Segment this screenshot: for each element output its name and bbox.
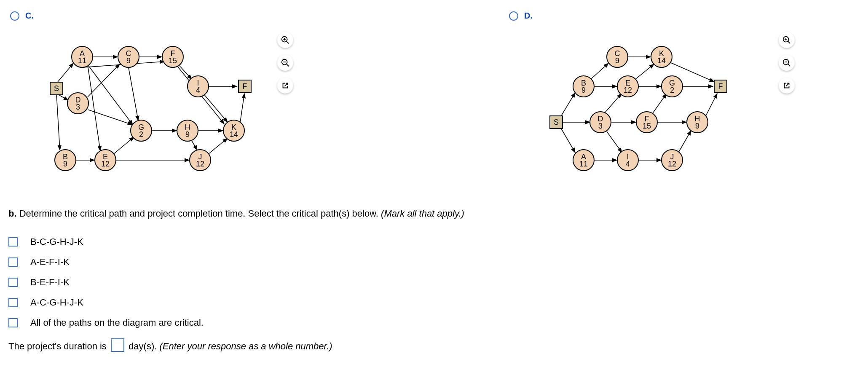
node-i: I4 [187, 75, 209, 97]
node-d: D3 [589, 111, 611, 133]
svg-line-2 [56, 94, 60, 150]
zoom-in-icon[interactable] [779, 32, 795, 48]
svg-line-20 [240, 94, 244, 122]
svg-line-47 [607, 131, 622, 153]
node-c: C9 [118, 46, 139, 68]
svg-line-17 [209, 138, 228, 154]
option-c[interactable]: C. [10, 11, 34, 21]
svg-line-24 [287, 41, 289, 44]
svg-line-44 [706, 94, 717, 116]
svg-line-16 [192, 141, 197, 150]
svg-line-6 [88, 64, 120, 97]
option-d-label: D. [524, 11, 533, 21]
start-node: S [50, 82, 63, 95]
finish-node: F [238, 80, 252, 93]
option-d[interactable]: D. [509, 11, 533, 21]
part-b-question: b. Determine the critical path and proje… [8, 206, 809, 220]
node-c: C9 [606, 46, 628, 68]
node-b: B9 [573, 75, 595, 97]
node-e: E12 [617, 75, 639, 97]
choice-label: B-E-F-I-K [30, 277, 70, 288]
svg-line-42 [678, 131, 691, 153]
diagram-d: S F C9 K14 B9 E12 G2 D3 F15 H9 A11 I4 J1… [544, 38, 813, 173]
zoom-out-icon[interactable] [779, 55, 795, 71]
node-h: H9 [177, 120, 198, 142]
radio-icon [509, 11, 518, 21]
zoom-in-icon[interactable] [277, 32, 293, 48]
node-j: J12 [661, 149, 683, 171]
svg-line-9 [88, 65, 100, 151]
svg-line-50 [788, 41, 790, 44]
option-c-label: C. [25, 11, 34, 21]
checkbox-icon [8, 257, 18, 267]
svg-line-18 [204, 95, 228, 122]
checkbox-icon [8, 318, 18, 327]
node-f: F15 [162, 46, 184, 68]
svg-line-48 [652, 94, 667, 114]
node-d: D3 [67, 92, 89, 114]
duration-sentence: The project's duration is day(s). (Enter… [8, 338, 809, 352]
open-external-icon[interactable] [277, 78, 293, 94]
node-f: F15 [636, 111, 658, 133]
choice-1[interactable]: B-C-G-H-J-K [8, 236, 809, 247]
node-e: E12 [94, 149, 116, 171]
node-a: A11 [71, 46, 93, 68]
node-g: G2 [661, 75, 683, 97]
checkbox-icon [8, 237, 18, 247]
finish-node: F [714, 80, 727, 93]
svg-line-54 [788, 64, 790, 67]
node-k: K14 [651, 46, 672, 68]
checkbox-icon [8, 278, 18, 287]
node-b: B9 [54, 149, 76, 171]
choice-3[interactable]: B-E-F-I-K [8, 277, 809, 288]
duration-input[interactable] [111, 338, 124, 352]
radio-icon [10, 11, 19, 21]
open-external-icon[interactable] [779, 78, 795, 94]
svg-line-28 [287, 64, 289, 67]
start-node: S [549, 115, 563, 129]
choice-5[interactable]: All of the paths on the diagram are crit… [8, 317, 809, 328]
svg-line-12 [114, 137, 134, 154]
choice-label: B-C-G-H-J-K [30, 236, 83, 247]
choice-2[interactable]: A-E-F-I-K [8, 257, 809, 268]
choice-4[interactable]: A-C-G-H-J-K [8, 297, 809, 308]
choice-label: A-E-F-I-K [30, 257, 70, 268]
node-i: I4 [617, 149, 639, 171]
node-a: A11 [573, 149, 595, 171]
node-g: G2 [130, 120, 152, 142]
svg-line-30 [560, 93, 575, 117]
svg-line-5 [179, 65, 192, 79]
node-k: K14 [223, 120, 245, 142]
choice-label: All of the paths on the diagram are crit… [30, 317, 204, 328]
choice-label: A-C-G-H-J-K [30, 297, 83, 308]
svg-line-33 [591, 63, 608, 79]
svg-line-10 [129, 67, 138, 121]
node-h: H9 [686, 111, 708, 133]
svg-line-46 [605, 94, 622, 113]
node-j: J12 [189, 149, 211, 171]
svg-line-0 [56, 63, 73, 83]
diagram-c: S F A11 C9 F15 I4 D3 G2 H9 K14 B9 E12 J1… [42, 38, 312, 173]
checkbox-icon [8, 298, 18, 307]
svg-line-32 [560, 127, 575, 153]
zoom-out-icon[interactable] [277, 55, 293, 71]
svg-line-37 [635, 64, 654, 79]
